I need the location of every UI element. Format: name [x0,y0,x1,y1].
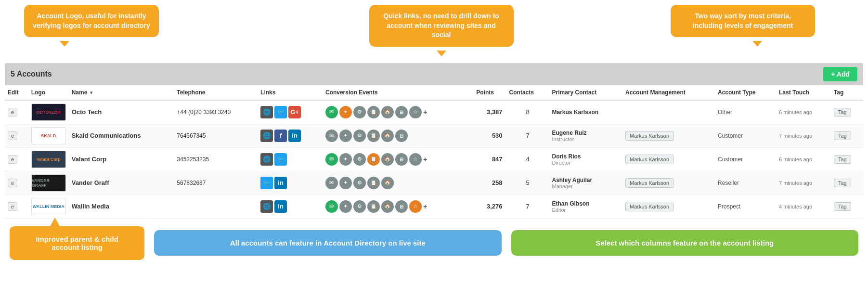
edit-button[interactable]: e [8,202,17,211]
sort-callout-bubble: Two way sort by most criteria, including… [671,5,815,37]
account-type-cell: Prospect [715,195,776,218]
edit-button[interactable]: e [8,131,17,140]
logo-image: SKALD [31,127,66,144]
event-icon[interactable]: 🖥 [395,130,408,142]
link-globe-icon[interactable]: 🌐 [260,130,273,142]
event-icon[interactable]: ✦ [339,177,352,189]
name-sort-icon: ▼ [89,90,94,95]
page-wrapper: Account Logo, useful for instantly verif… [0,0,868,265]
event-add-icon[interactable]: + [423,203,427,210]
event-icon[interactable]: 📋 [367,106,380,118]
management-badge[interactable]: Markus Karlsson [625,131,674,141]
contacts-cell: 4 [506,147,549,171]
management-badge[interactable]: Markus Karlsson [625,178,674,188]
event-icon[interactable]: ⚙ [353,177,366,189]
event-icon[interactable]: 📋 [367,200,380,213]
edit-cell: e [5,100,28,124]
event-icon[interactable]: ⚙ [353,106,366,118]
event-icon[interactable]: ✦ [339,106,352,118]
event-icon[interactable]: 📋 [367,130,380,142]
link-linkedin-icon[interactable]: in [274,200,287,213]
event-icon[interactable]: ☆ [409,153,422,166]
tag-cell: Tag [831,147,863,171]
account-type-cell: Other [715,100,776,124]
edit-button[interactable]: e [8,179,17,187]
event-icon[interactable]: ✉ [325,177,338,189]
tag-button[interactable]: Tag [834,155,851,164]
event-icon[interactable]: ✉ [325,200,338,213]
event-add-icon[interactable]: + [423,156,427,163]
telephone-cell: 764567345 [174,124,258,147]
link-gplus-icon[interactable]: G+ [288,106,301,118]
contacts-cell: 8 [506,100,549,124]
primary-contact-role: Manager [552,183,620,189]
primary-contact-cell: Ethan GibsonEditor [549,195,623,218]
event-icon[interactable]: ✉ [325,153,338,166]
event-icon[interactable]: 🖥 [395,106,408,118]
add-button[interactable]: + Add [823,67,857,81]
links-cell: 🌐🐦G+ [260,106,320,118]
edit-cell: e [5,195,28,218]
account-type-cell: Reseller [715,171,776,195]
link-twitter-icon[interactable]: 🐦 [274,153,287,166]
event-icon[interactable]: ⚙ [353,153,366,166]
tag-button[interactable]: Tag [834,179,851,187]
event-icon[interactable]: 🖥 [395,200,408,213]
event-icon[interactable]: ✦ [339,200,352,213]
col-account-type: Account Type [715,85,776,100]
event-icon[interactable]: 🏠 [381,200,394,213]
col-logo: Logo [28,85,69,100]
link-linkedin-icon[interactable]: in [274,177,287,189]
last-touch-cell: 6 minutes ago [776,147,831,171]
events-cell: ✉✦⚙📋🏠 [325,177,431,189]
event-icon[interactable]: ⚙ [353,200,366,213]
contacts-cell: 7 [506,195,549,218]
link-facebook-icon[interactable]: f [274,130,287,142]
tag-button[interactable]: Tag [834,108,851,117]
event-icon[interactable]: 🏠 [381,153,394,166]
event-icon[interactable]: ✦ [339,130,352,142]
link-globe-icon[interactable]: 🌐 [260,153,273,166]
last-touch-cell: 4 minutes ago [776,195,831,218]
event-icon[interactable]: 🏠 [381,130,394,142]
name-cell: Wallin Media [69,195,174,218]
event-icon[interactable]: ☆ [409,200,422,213]
name-cell: Valant Corp [69,147,174,171]
link-twitter-icon[interactable]: 🐦 [260,177,273,189]
event-icon[interactable]: 🏠 [381,106,394,118]
link-twitter-icon[interactable]: 🐦 [274,106,287,118]
logo-image: VANDER GRAFF [31,174,66,192]
event-icon[interactable]: 🖥 [395,153,408,166]
event-icon[interactable]: 📋 [367,177,380,189]
logo-callout-bubble: Account Logo, useful for instantly verif… [24,5,159,37]
tag-cell: Tag [831,100,863,124]
account-management-cell: Markus Karlsson [622,195,715,218]
link-globe-icon[interactable]: 🌐 [260,106,273,118]
event-icon[interactable]: ✉ [325,130,338,142]
edit-button[interactable]: e [8,155,17,164]
table-row: eWALLIN MEDIAWallin Media🌐in✉✦⚙📋🏠🖥☆+3,27… [5,195,863,218]
account-type-cell: Customer [715,124,776,147]
management-badge[interactable]: Markus Karlsson [625,202,674,211]
logo-image: OCTOTECH [31,104,66,121]
link-globe-icon[interactable]: 🌐 [260,200,273,213]
event-icon[interactable]: ✦ [339,153,352,166]
event-icon[interactable]: 📋 [367,153,380,166]
tag-button[interactable]: Tag [834,131,851,140]
primary-contact-cell: Markus Karlsson [549,100,623,124]
events-cell: ✉✦⚙📋🏠🖥☆+ [325,153,431,166]
event-icon[interactable]: ⚙ [353,130,366,142]
event-add-icon[interactable]: + [423,108,427,116]
col-name[interactable]: Name ▼ [69,85,174,100]
event-icon[interactable]: ☆ [409,106,422,118]
table-row: eValant CorpValant Corp3453253235🌐🐦✉✦⚙📋🏠… [5,147,863,171]
tag-button[interactable]: Tag [834,202,851,211]
link-linkedin-icon[interactable]: in [288,130,301,142]
edit-button[interactable]: e [8,108,17,117]
primary-contact-cell: Ashley AguilarManager [549,171,623,195]
table-header-row: Edit Logo Name ▼ Telephone Links Convers… [5,85,863,100]
event-icon[interactable]: ✉ [325,106,338,118]
event-icon[interactable]: 🏠 [381,177,394,189]
name-cell: Skald Communications [69,124,174,147]
management-badge[interactable]: Markus Karlsson [625,155,674,164]
